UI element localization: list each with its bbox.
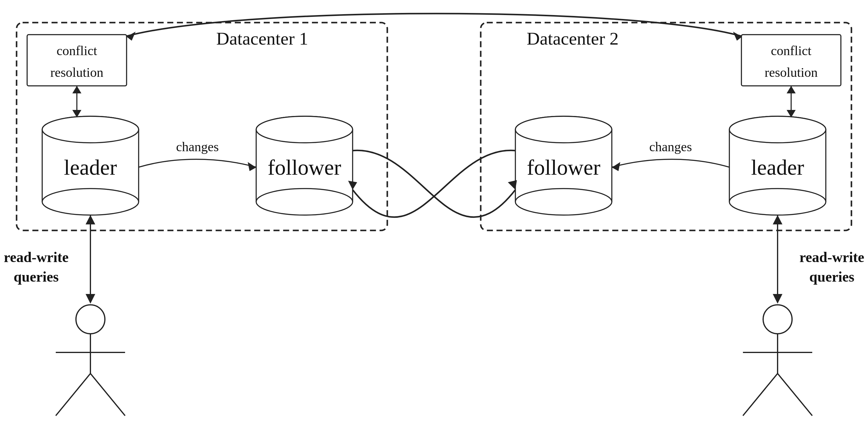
dc2-leader-label: leader bbox=[751, 155, 804, 180]
dc2-rw-label-line2: queries bbox=[809, 269, 854, 285]
svg-point-64 bbox=[730, 116, 826, 143]
dc2-leader-db-bottom bbox=[730, 189, 826, 215]
diagram-container: Datacenter 1 Datacenter 2 conflict resol… bbox=[0, 0, 868, 422]
dc2-conflict-label2: resolution bbox=[765, 65, 818, 80]
svg-point-52 bbox=[42, 116, 138, 143]
dc1-follower-label: follower bbox=[268, 155, 341, 180]
dc2-changes-label: changes bbox=[649, 139, 692, 154]
datacenter1-label: Datacenter 1 bbox=[216, 29, 308, 48]
svg-rect-49 bbox=[0, 0, 868, 422]
dc1-conflict-label1: conflict bbox=[57, 43, 97, 58]
svg-point-56 bbox=[256, 116, 352, 143]
datacenter2-label: Datacenter 2 bbox=[527, 29, 619, 48]
dc1-follower-db-bottom bbox=[256, 189, 352, 215]
dc2-follower-db-bottom bbox=[516, 189, 612, 215]
dc1-leader-db-bottom bbox=[42, 189, 138, 215]
dc1-rw-label-line1: read-write bbox=[4, 249, 68, 265]
svg-point-60 bbox=[516, 116, 612, 143]
dc1-conflict-label2: resolution bbox=[50, 65, 103, 80]
dc1-leader-label: leader bbox=[64, 155, 117, 180]
dc1-changes-label: changes bbox=[176, 139, 219, 154]
dc2-rw-label-line1: read-write bbox=[799, 249, 864, 265]
dc2-conflict-label1: conflict bbox=[771, 43, 811, 58]
dc2-follower-label: follower bbox=[527, 155, 600, 180]
diagram-overlay: Datacenter 1 Datacenter 2 conflict resol… bbox=[0, 0, 868, 422]
dc1-rw-label-line2: queries bbox=[13, 269, 59, 285]
